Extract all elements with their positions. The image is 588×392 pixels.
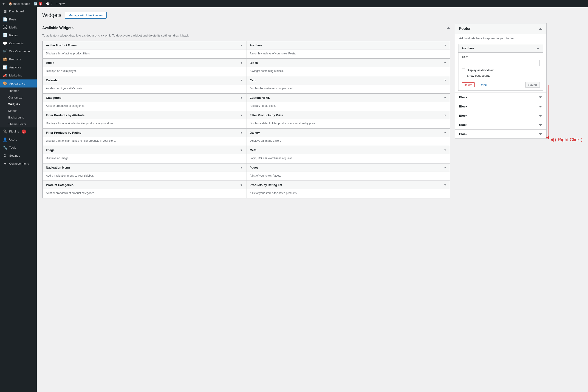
- wp-logo[interactable]: ⊕: [2, 2, 5, 6]
- products-icon: 📦: [3, 57, 7, 62]
- widget-block[interactable]: Block ▼ A widget containing a block.: [246, 58, 450, 76]
- marketing-icon: 📣: [3, 73, 7, 78]
- widget-filter-rating[interactable]: Filter Products by Rating ▼ Display a li…: [42, 128, 246, 146]
- right-click-annotation: ( Right Click ): [555, 137, 582, 142]
- sidebar-item-plugins[interactable]: 🔌 Plugins 1: [0, 128, 37, 136]
- block-expand-icon: [538, 96, 542, 98]
- done-button[interactable]: Done: [480, 83, 487, 86]
- widget-arrow-icon: ▼: [240, 166, 243, 169]
- widget-active-product-filters[interactable]: Active Product Filters ▼ Display a list …: [42, 41, 246, 58]
- updates-badge: 1: [38, 2, 42, 6]
- block-expand-icon: [538, 124, 542, 126]
- sidebar-item-settings[interactable]: ⚙ Settings: [0, 152, 37, 160]
- main-content: Widgets Manage with Live Preview Availab…: [37, 7, 588, 392]
- analytics-icon: 📊: [3, 65, 7, 70]
- widgets-grid: Active Product Filters ▼ Display a list …: [42, 41, 450, 198]
- delete-button[interactable]: Delete: [462, 82, 474, 87]
- media-icon: 🖼: [3, 25, 7, 30]
- delete-done-group: Delete | Done: [462, 82, 487, 87]
- widget-calendar[interactable]: Calendar ▼ A calendar of your site's pos…: [42, 76, 246, 94]
- footer-collapse-icon[interactable]: [538, 28, 542, 30]
- archives-collapse-icon[interactable]: [536, 48, 540, 49]
- sidebar-item-users[interactable]: 👤 Users: [0, 136, 37, 144]
- sidebar-sub-customize[interactable]: Customize: [0, 94, 37, 101]
- sidebar-menu: ⊞ Dashboard 📄 Posts 🖼 Media 📃 Pages 💬 Co…: [0, 7, 37, 168]
- widget-arrow-icon: ▼: [444, 148, 446, 152]
- widget-image[interactable]: Image ▼ Displays an image.: [42, 146, 246, 163]
- site-name[interactable]: 🏠 thesitespace: [8, 2, 30, 6]
- widget-archives[interactable]: Archives ▼ A monthly archive of your sit…: [246, 41, 450, 58]
- widget-arrow-icon: ▼: [444, 79, 446, 82]
- available-widgets-description: To activate a widget drag it to a sideba…: [42, 34, 450, 37]
- sidebar-sub-background[interactable]: Background: [0, 114, 37, 121]
- archives-widget-header[interactable]: Archives: [458, 44, 543, 52]
- display-dropdown-label: Display as dropdown: [467, 68, 494, 72]
- collapse-widgets-icon[interactable]: [446, 27, 450, 29]
- sidebar-item-posts[interactable]: 📄 Posts: [0, 16, 37, 24]
- footer-block-3[interactable]: Block: [455, 111, 546, 120]
- available-widgets-header: Available Widgets: [42, 23, 450, 33]
- footer-title: Footer: [459, 27, 471, 31]
- footer-panel-header: Footer: [455, 24, 546, 34]
- footer-block-2[interactable]: Block: [455, 102, 546, 111]
- archives-widget-expanded: Archives Title: Display as dropdown Show…: [458, 44, 543, 91]
- settings-icon: ⚙: [3, 154, 7, 158]
- manage-preview-button[interactable]: Manage with Live Preview: [65, 12, 106, 18]
- widget-filter-price[interactable]: Filter Products by Price ▼ Display a sli…: [246, 111, 450, 128]
- widget-product-categories[interactable]: Product Categories ▼ A list or dropdown …: [42, 181, 246, 198]
- show-post-counts-checkbox[interactable]: [462, 74, 465, 78]
- widget-cart[interactable]: Cart ▼ Display the customer shopping car…: [246, 76, 450, 94]
- sidebar-item-marketing[interactable]: 📣 Marketing: [0, 72, 37, 80]
- sidebar-item-pages[interactable]: 📃 Pages: [0, 31, 37, 39]
- wp-icon: ⊕: [2, 2, 5, 6]
- page-title: Widgets: [42, 12, 61, 18]
- appearance-icon: 🎨: [3, 81, 7, 86]
- show-post-counts-label: Show post counts: [467, 74, 490, 78]
- sidebar-sub-widgets[interactable]: Widgets: [0, 101, 37, 108]
- sidebar-item-woocommerce[interactable]: 🛒 WooCommerce: [0, 47, 37, 55]
- users-icon: 👤: [3, 137, 7, 142]
- widget-meta[interactable]: Meta ▼ Login, RSS, & WordPress.org links…: [246, 146, 450, 163]
- sidebar-sub-menus[interactable]: Menus: [0, 108, 37, 114]
- sidebar-sub-themes[interactable]: Themes: [0, 88, 37, 94]
- sidebar-item-comments[interactable]: 💬 Comments: [0, 39, 37, 47]
- widget-arrow-icon: ▼: [240, 114, 243, 117]
- new-content-button[interactable]: + New: [56, 2, 64, 6]
- sidebar-item-dashboard[interactable]: ⊞ Dashboard: [0, 7, 37, 16]
- widget-navigation-menu[interactable]: Navigation Menu ▼ Add a navigation menu …: [42, 163, 246, 181]
- widget-audio[interactable]: Audio ▼ Displays an audio player.: [42, 58, 246, 76]
- footer-block-5[interactable]: Block: [455, 129, 546, 138]
- widget-arrow-icon: ▼: [240, 184, 243, 187]
- widget-arrow-icon: ▼: [444, 96, 446, 100]
- site-icon: 🏠: [8, 2, 12, 6]
- comments-icon: 💬: [46, 2, 50, 6]
- sidebar-item-media[interactable]: 🖼 Media: [0, 24, 37, 31]
- display-dropdown-row: Display as dropdown: [462, 68, 540, 72]
- archives-title-input[interactable]: [462, 60, 540, 66]
- sidebar-item-tools[interactable]: 🔧 Tools: [0, 144, 37, 152]
- widget-pages[interactable]: Pages ▼ A list of your site's Pages.: [246, 163, 450, 181]
- sidebar-item-products[interactable]: 📦 Products: [0, 55, 37, 64]
- plugins-icon: 🔌: [3, 129, 7, 134]
- widget-products-by-rating[interactable]: Products by Rating list ▼ A list of your…: [246, 181, 450, 198]
- comments-link[interactable]: 💬 0: [46, 2, 52, 6]
- display-dropdown-checkbox[interactable]: [462, 68, 465, 72]
- widget-arrow-icon: ▼: [444, 114, 446, 117]
- sidebar: ⊞ Dashboard 📄 Posts 🖼 Media 📃 Pages 💬 Co…: [0, 7, 37, 392]
- sidebar-item-collapse[interactable]: ◄ Collapse menu: [0, 160, 37, 168]
- sidebar-sub-theme-editor[interactable]: Theme Editor: [0, 121, 37, 128]
- content-area: Available Widgets To activate a widget d…: [42, 23, 582, 198]
- widget-arrow-icon: ▼: [240, 44, 243, 47]
- updates-link[interactable]: 🔄 1: [34, 2, 42, 6]
- sidebar-item-analytics[interactable]: 📊 Analytics: [0, 64, 37, 72]
- widget-categories[interactable]: Categories ▼ A list or dropdown of categ…: [42, 94, 246, 111]
- woo-icon: 🛒: [3, 49, 7, 54]
- widget-filter-attribute[interactable]: Filter Products by Attribute ▼ Display a…: [42, 111, 246, 128]
- footer-block-4[interactable]: Block: [455, 120, 546, 129]
- widget-gallery[interactable]: Gallery ▼ Displays an image gallery.: [246, 128, 450, 146]
- block-expand-icon: [538, 133, 542, 135]
- widget-arrow-icon: ▼: [240, 148, 243, 152]
- footer-block-1[interactable]: Block: [455, 92, 546, 102]
- widget-custom-html[interactable]: Custom HTML ▼ Arbitrary HTML code.: [246, 94, 450, 111]
- sidebar-item-appearance[interactable]: 🎨 Appearance: [0, 80, 37, 88]
